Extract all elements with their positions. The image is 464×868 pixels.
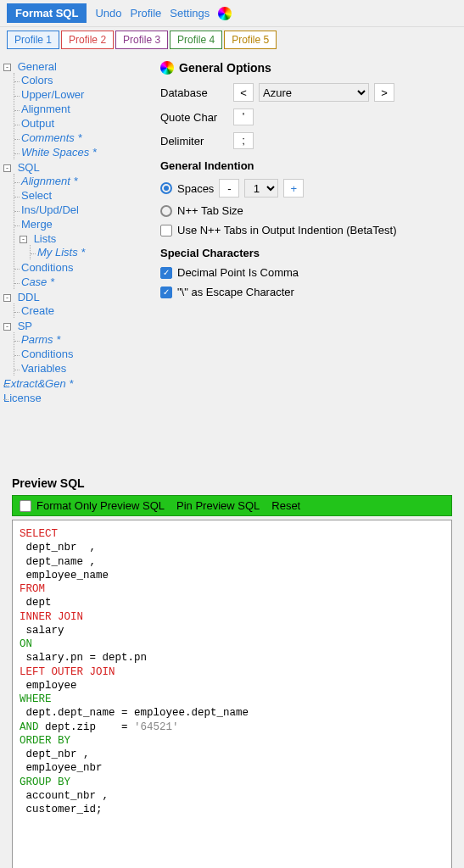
tree-ins-upd-del[interactable]: Ins/Upd/Del	[21, 203, 79, 216]
spaces-input[interactable]: 1	[244, 179, 278, 198]
database-next-button[interactable]: >	[374, 83, 394, 102]
preview-panel: Preview SQL Format Only Preview SQL Pin …	[0, 476, 464, 868]
profile-bar: Profile 1 Profile 2 Profile 3 Profile 4 …	[0, 27, 464, 53]
main-toolbar: Format SQL Undo Profile Settings	[0, 0, 464, 27]
tree-conditions[interactable]: Conditions	[21, 261, 73, 274]
tree-upper-lower[interactable]: Upper/Lower	[21, 88, 84, 101]
spaces-minus-button[interactable]: -	[219, 179, 239, 198]
quote-char-value[interactable]: '	[233, 108, 254, 125]
special-chars-title: Special Characters	[160, 247, 452, 259]
expander-icon[interactable]: -	[3, 164, 11, 172]
profile-4-button[interactable]: Profile 4	[170, 31, 222, 49]
profile-2-button[interactable]: Profile 2	[61, 31, 114, 49]
pin-preview-link[interactable]: Pin Preview SQL	[176, 499, 260, 512]
tree-my-lists[interactable]: My Lists *	[37, 246, 85, 259]
settings-link[interactable]: Settings	[170, 7, 210, 19]
sidebar-tree: - General Colors Upper/Lower Alignment O…	[0, 53, 148, 476]
decimal-comma-checkbox[interactable]	[160, 267, 172, 279]
database-prev-button[interactable]: <	[233, 83, 254, 102]
tree-license[interactable]: License	[3, 392, 42, 404]
tree-parms[interactable]: Parms *	[21, 333, 60, 346]
delimiter-value[interactable]: ;	[233, 132, 254, 149]
tree-colors[interactable]: Colors	[21, 74, 53, 86]
tree-sql[interactable]: SQL	[18, 161, 40, 174]
tree-select[interactable]: Select	[21, 189, 52, 202]
escape-char-label: "\" as Escape Character	[177, 286, 294, 298]
npp-tab-radio[interactable]	[160, 205, 172, 217]
escape-char-checkbox[interactable]	[160, 287, 172, 298]
color-wheel-icon[interactable]	[218, 7, 232, 20]
tree-extract-gen[interactable]: Extract&Gen *	[3, 377, 73, 390]
profile-3-button[interactable]: Profile 3	[115, 31, 168, 49]
format-only-checkbox[interactable]	[20, 500, 31, 512]
format-only-label: Format Only Preview SQL	[36, 499, 165, 512]
tree-sql-alignment[interactable]: Alignment *	[21, 175, 77, 187]
tree-alignment[interactable]: Alignment	[21, 103, 70, 115]
database-label: Database	[160, 86, 228, 99]
tree-lists[interactable]: Lists	[34, 232, 57, 245]
tree-create[interactable]: Create	[21, 304, 54, 317]
preview-title: Preview SQL	[12, 476, 452, 490]
quote-char-label: Quote Char	[160, 111, 228, 124]
reset-link[interactable]: Reset	[271, 499, 300, 512]
format-sql-button[interactable]: Format SQL	[7, 3, 87, 23]
tree-sp-conditions[interactable]: Conditions	[21, 348, 73, 360]
profile-5-button[interactable]: Profile 5	[224, 31, 277, 49]
tree-white-spaces[interactable]: White Spaces *	[21, 146, 97, 159]
tree-output[interactable]: Output	[21, 117, 54, 130]
expander-icon[interactable]: -	[3, 294, 11, 302]
tree-comments[interactable]: Comments *	[21, 131, 82, 144]
tree-merge[interactable]: Merge	[21, 218, 53, 231]
expander-icon[interactable]: -	[3, 323, 11, 331]
tree-ddl[interactable]: DDL	[18, 291, 40, 303]
tree-variables[interactable]: Variables	[21, 362, 66, 375]
expander-icon[interactable]: -	[20, 236, 27, 243]
delimiter-label: Delimiter	[160, 135, 228, 147]
profile-link[interactable]: Profile	[130, 7, 161, 19]
sql-preview-box[interactable]: SELECT dept_nbr , dept_name , employee_n…	[12, 520, 452, 868]
decimal-comma-label: Decimal Point Is Comma	[177, 266, 299, 279]
use-npp-tabs-label: Use N++ Tabs in Output Indention (BetaTe…	[177, 224, 396, 236]
preview-toolbar: Format Only Preview SQL Pin Preview SQL …	[12, 495, 452, 516]
database-select[interactable]: Azure	[259, 83, 369, 102]
profile-1-button[interactable]: Profile 1	[7, 31, 59, 49]
undo-link[interactable]: Undo	[95, 7, 121, 19]
tree-sp[interactable]: SP	[18, 320, 32, 332]
spaces-label: Spaces	[177, 182, 214, 195]
expander-icon[interactable]: -	[3, 64, 11, 71]
spaces-radio[interactable]	[160, 182, 172, 194]
general-options-title: General Options	[179, 61, 271, 75]
indention-title: General Indention	[160, 159, 452, 172]
color-wheel-icon	[160, 61, 174, 75]
spaces-plus-button[interactable]: +	[283, 179, 304, 198]
tree-case[interactable]: Case *	[21, 275, 54, 288]
use-npp-tabs-checkbox[interactable]	[160, 225, 172, 236]
tree-general[interactable]: General	[18, 60, 57, 73]
npp-tab-label: N++ Tab Size	[177, 204, 243, 217]
options-panel: General Options Database < Azure > Quote…	[148, 53, 464, 476]
